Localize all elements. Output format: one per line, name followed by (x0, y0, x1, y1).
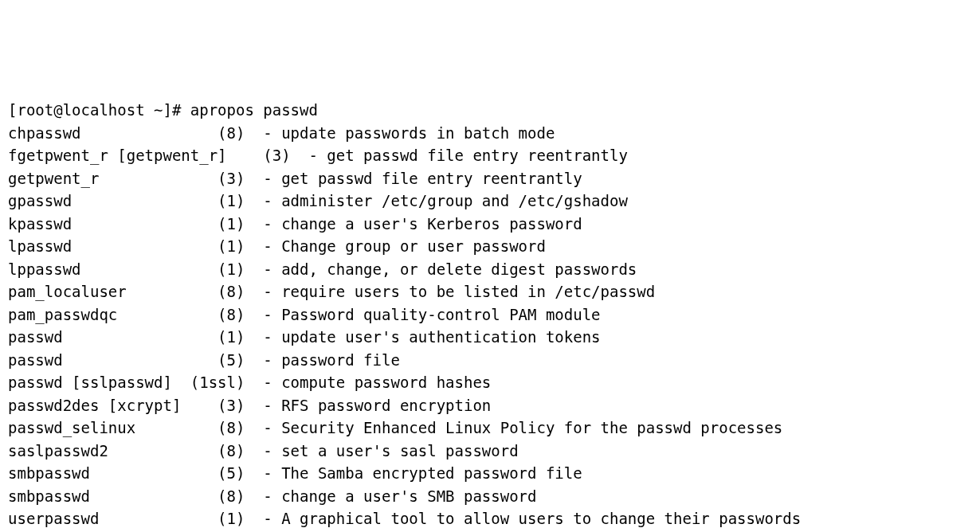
terminal-output[interactable]: [root@localhost ~]# apropos passwdchpass… (8, 99, 972, 528)
apropos-entry: lpasswd (1) - Change group or user passw… (8, 235, 972, 258)
apropos-entry: smbpasswd (8) - change a user's SMB pass… (8, 485, 972, 508)
apropos-entry: passwd (1) - update user's authenticatio… (8, 326, 972, 349)
apropos-entry: lppasswd (1) - add, change, or delete di… (8, 258, 972, 281)
apropos-entry: smbpasswd (5) - The Samba encrypted pass… (8, 462, 972, 485)
apropos-entry: getpwent_r (3) - get passwd file entry r… (8, 167, 972, 190)
apropos-entry: pam_localuser (8) - require users to be … (8, 280, 972, 303)
apropos-entry: passwd (5) - password file (8, 349, 972, 372)
apropos-entry: pam_passwdqc (8) - Password quality-cont… (8, 303, 972, 327)
prompt-line: [root@localhost ~]# apropos passwd (8, 99, 972, 122)
apropos-entry: userpasswd (1) - A graphical tool to all… (8, 507, 972, 528)
apropos-entry: kpasswd (1) - change a user's Kerberos p… (8, 213, 972, 236)
apropos-entry: fgetpwent_r [getpwent_r] (3) - get passw… (8, 144, 972, 167)
apropos-entry: passwd2des [xcrypt] (3) - RFS password e… (8, 394, 972, 417)
apropos-entry: gpasswd (1) - administer /etc/group and … (8, 190, 972, 213)
apropos-entry: chpasswd (8) - update passwords in batch… (8, 122, 972, 145)
apropos-entry: passwd_selinux (8) - Security Enhanced L… (8, 417, 972, 440)
apropos-entry: passwd [sslpasswd] (1ssl) - compute pass… (8, 371, 972, 394)
apropos-entry: saslpasswd2 (8) - set a user's sasl pass… (8, 440, 972, 463)
